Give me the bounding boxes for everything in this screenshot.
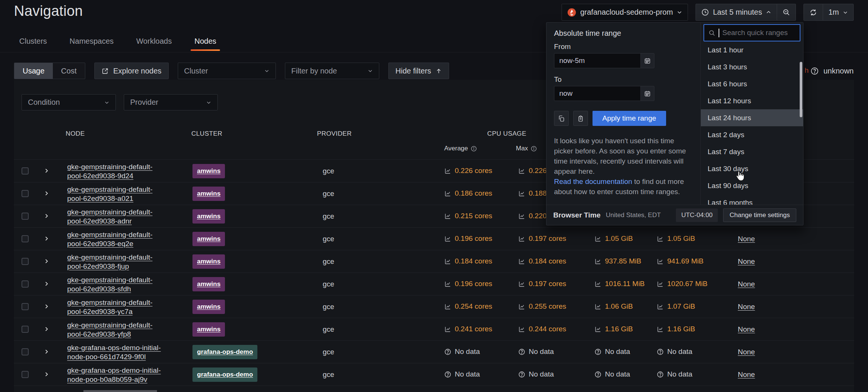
- cluster-badge[interactable]: amwins: [192, 232, 225, 246]
- none-link[interactable]: None: [738, 280, 755, 288]
- from-label: From: [554, 42, 693, 51]
- node-filter-dropdown[interactable]: Filter by node: [285, 63, 379, 79]
- tab-clusters[interactable]: Clusters: [17, 37, 49, 52]
- question-circle-icon: [444, 348, 451, 355]
- none-link[interactable]: None: [738, 257, 755, 266]
- cluster-badge[interactable]: amwins: [192, 254, 225, 269]
- cluster-badge[interactable]: grafana-ops-demo: [192, 345, 257, 359]
- from-input[interactable]: [554, 53, 641, 68]
- row-checkbox[interactable]: [22, 258, 29, 265]
- quick-ranges-search[interactable]: Search quick ranges: [703, 24, 800, 41]
- quick-range-last-7-days[interactable]: Last 7 days: [701, 143, 803, 160]
- node-link[interactable]: gke-gempstraining-default-pool-62ed9038-…: [67, 185, 152, 203]
- node-link[interactable]: gke-grafana-ops-demo-initial-node-poo-66…: [67, 343, 161, 361]
- row-checkbox[interactable]: [22, 167, 29, 175]
- time-range-button[interactable]: Last 5 minutes: [696, 4, 777, 21]
- cluster-badge[interactable]: amwins: [192, 164, 225, 178]
- zoom-out-time-button[interactable]: [777, 4, 796, 21]
- quick-range-last-12-hours[interactable]: Last 12 hours: [701, 92, 803, 109]
- node-link[interactable]: gke-gempstraining-default-pool-62ed9038-…: [67, 162, 152, 181]
- cluster-badge[interactable]: amwins: [192, 209, 225, 224]
- cluster-badge[interactable]: amwins: [192, 277, 225, 291]
- row-checkbox[interactable]: [22, 371, 29, 378]
- quick-ranges-scrollbar[interactable]: [800, 62, 802, 117]
- row-checkbox[interactable]: [22, 213, 29, 220]
- paste-time-range-button[interactable]: [573, 111, 588, 126]
- none-link[interactable]: None: [738, 303, 755, 311]
- cluster-badge[interactable]: amwins: [192, 322, 225, 337]
- expand-row-chevron-icon[interactable]: [43, 349, 49, 355]
- tab-workloads[interactable]: Workloads: [134, 37, 174, 52]
- row-checkbox[interactable]: [22, 190, 29, 197]
- expand-row-chevron-icon[interactable]: [43, 303, 49, 309]
- quick-range-last-24-hours[interactable]: Last 24 hours: [701, 109, 803, 126]
- row-checkbox[interactable]: [22, 280, 29, 288]
- row-checkbox[interactable]: [22, 348, 29, 355]
- cpu_avg-no-data: No data: [444, 370, 480, 378]
- tab-nodes[interactable]: Nodes: [192, 37, 219, 52]
- cluster-badge[interactable]: amwins: [192, 300, 225, 314]
- quick-range-last-6-hours[interactable]: Last 6 hours: [701, 75, 803, 92]
- apply-time-range-button[interactable]: Apply time range: [593, 111, 666, 126]
- cluster-dropdown[interactable]: Cluster: [178, 63, 276, 79]
- quick-range-last-1-hour[interactable]: Last 1 hour: [701, 41, 803, 58]
- node-link[interactable]: gke-gempstraining-default-pool-62ed9038-…: [67, 321, 152, 339]
- hide-filters-button[interactable]: Hide filters: [388, 63, 449, 79]
- none-link[interactable]: None: [738, 235, 755, 243]
- row-checkbox[interactable]: [22, 303, 29, 310]
- refresh-button[interactable]: [803, 4, 823, 21]
- expand-row-chevron-icon[interactable]: [43, 281, 49, 287]
- expand-row-chevron-icon[interactable]: [43, 326, 49, 332]
- condition-dropdown[interactable]: Condition: [22, 94, 116, 110]
- change-time-settings-button[interactable]: Change time settings: [723, 208, 796, 222]
- chart-sparkline-icon: [657, 280, 664, 288]
- table-row: gke-gempstraining-default-pool-62ed9038-…: [14, 273, 854, 295]
- expand-row-chevron-icon[interactable]: [43, 168, 49, 174]
- chart-sparkline-icon: [444, 190, 451, 197]
- quick-range-last-2-days[interactable]: Last 2 days: [701, 126, 803, 143]
- quick-range-last-6-months[interactable]: Last 6 months: [701, 194, 803, 205]
- expand-row-chevron-icon[interactable]: [43, 236, 49, 242]
- from-calendar-button[interactable]: [640, 53, 654, 68]
- cluster-badge[interactable]: grafana-ops-demo: [192, 368, 257, 382]
- cluster-badge[interactable]: amwins: [192, 187, 225, 201]
- expand-row-chevron-icon[interactable]: [43, 258, 49, 264]
- refresh-interval-picker[interactable]: 1m: [823, 4, 854, 21]
- view-toggle-cost[interactable]: Cost: [53, 63, 85, 79]
- mem_avg-no-data-text: No data: [605, 348, 630, 356]
- mem_avg-no-data: No data: [594, 348, 630, 356]
- col-header-cluster: CLUSTER: [191, 130, 222, 138]
- node-link[interactable]: gke-gempstraining-default-pool-62ed9038-…: [67, 253, 152, 271]
- cpu-average-value-text: 0.184 cores: [455, 257, 492, 265]
- row-checkbox[interactable]: [22, 235, 29, 242]
- view-toggle-usage[interactable]: Usage: [14, 63, 53, 79]
- node-link[interactable]: gke-gempstraining-default-pool-62ed9038-…: [67, 208, 152, 226]
- node-link[interactable]: gke-gempstraining-default-pool-62ed9038-…: [67, 276, 152, 294]
- expand-row-chevron-icon[interactable]: [43, 371, 49, 377]
- none-link[interactable]: None: [738, 325, 755, 334]
- node-link[interactable]: gke-gempstraining-default-pool-62ed9038-…: [67, 230, 152, 248]
- quick-range-last-90-days[interactable]: Last 90 days: [701, 177, 803, 194]
- quick-range-last-3-hours[interactable]: Last 3 hours: [701, 58, 803, 75]
- node-link[interactable]: gke-grafana-ops-demo-initial-node-poo-b0…: [67, 366, 161, 384]
- tab-namespaces[interactable]: Namespaces: [67, 37, 116, 52]
- row-checkbox[interactable]: [22, 326, 29, 333]
- read-documentation-link[interactable]: Read the documentation: [554, 178, 632, 185]
- quick-range-last-30-days[interactable]: Last 30 days: [701, 160, 803, 177]
- none-link[interactable]: None: [738, 348, 755, 356]
- expand-row-chevron-icon[interactable]: [43, 190, 49, 196]
- mem_max-no-data: No data: [657, 348, 693, 356]
- copy-time-range-button[interactable]: [554, 111, 569, 126]
- datasource-picker[interactable]: grafanacloud-sedemo-prom: [562, 4, 688, 21]
- cpu_avg-no-data-text: No data: [455, 348, 480, 356]
- none-link[interactable]: None: [738, 371, 755, 379]
- to-calendar-button[interactable]: [640, 86, 654, 101]
- cpu-average-value: 0.184 cores: [444, 257, 492, 265]
- expand-row-chevron-icon[interactable]: [43, 213, 49, 219]
- to-input[interactable]: [554, 86, 641, 101]
- provider-dropdown[interactable]: Provider: [124, 94, 218, 110]
- node-link[interactable]: gke-gempstraining-default-pool-62ed9038-…: [67, 298, 152, 316]
- explore-nodes-button[interactable]: Explore nodes: [94, 63, 169, 79]
- magnifier-minus-icon: [782, 8, 790, 16]
- table-row: gke-gempstraining-default-pool-62ed9038-…: [14, 318, 854, 340]
